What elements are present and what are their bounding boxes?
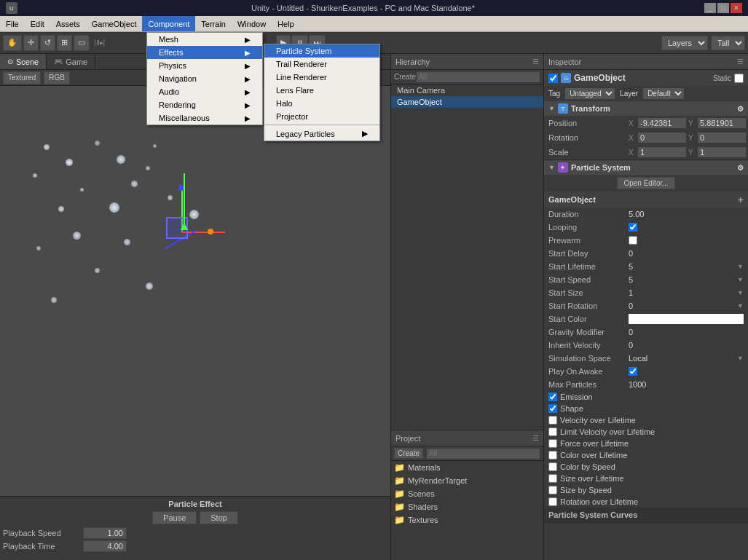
menu-item-window[interactable]: Window <box>232 16 272 31</box>
game-tab[interactable]: 🎮 Game <box>47 54 95 69</box>
scale-y-input[interactable] <box>697 146 747 158</box>
rotate-tool-button[interactable]: ↺ <box>40 35 55 51</box>
effects-submenu-item-legacy-particles[interactable]: Legacy Particles▶ <box>264 127 379 141</box>
inspector-menu-icon[interactable]: ☰ <box>737 58 744 66</box>
component-menu-item-mesh[interactable]: Mesh▶ <box>147 33 262 46</box>
project-folder-textures[interactable]: 📁Textures <box>391 513 543 527</box>
menu-item-component[interactable]: Component <box>142 16 195 31</box>
module-checkbox[interactable] <box>548 416 557 425</box>
module-checkbox[interactable] <box>548 486 557 494</box>
component-menu-item-physics[interactable]: Physics▶ <box>147 59 262 72</box>
gameobject-active-checkbox[interactable] <box>548 74 558 83</box>
transform-section-header[interactable]: ▼ T Transform ⚙ <box>544 101 748 116</box>
project-folder-shaders[interactable]: 📁Shaders <box>391 500 543 513</box>
ps-module-size-over-lifetime[interactable]: Size over Lifetime <box>544 473 748 484</box>
stop-particle-button[interactable]: Stop <box>200 511 238 524</box>
hierarchy-item-gameobject[interactable]: GameObject <box>391 96 543 108</box>
prewarm-checkbox[interactable] <box>629 236 637 245</box>
scene-tab[interactable]: ⊙ Scene <box>0 54 47 69</box>
ps-add-button[interactable]: + <box>738 194 744 205</box>
layer-select[interactable]: Default <box>642 87 685 100</box>
scale-x-input[interactable] <box>637 146 687 158</box>
component-menu-item-rendering[interactable]: Rendering▶ <box>147 98 262 111</box>
scene-canvas[interactable] <box>0 86 390 496</box>
ps-module-color-over-lifetime[interactable]: Color over Lifetime <box>544 449 748 461</box>
maximize-button[interactable]: □ <box>717 3 729 13</box>
effects-submenu-item-lens-flare[interactable]: Lens Flare <box>264 84 379 97</box>
x-handle[interactable] <box>208 229 213 234</box>
ps-module-color-by-speed[interactable]: Color by Speed <box>544 461 748 473</box>
gameobject-static-checkbox[interactable] <box>734 74 744 83</box>
effects-submenu-item-halo[interactable]: Halo <box>264 97 379 110</box>
rotation-x-input[interactable] <box>637 132 687 143</box>
ps-module-emission[interactable]: Emission <box>544 391 748 403</box>
hierarchy-menu-icon[interactable]: ☰ <box>532 58 539 66</box>
module-checkbox[interactable] <box>548 427 557 436</box>
effects-submenu-item-trail-renderer[interactable]: Trail Renderer <box>264 58 379 71</box>
layers-select[interactable]: Layers <box>661 36 708 50</box>
module-checkbox[interactable] <box>548 497 557 506</box>
scale-tool-button[interactable]: ⊞ <box>57 35 72 51</box>
value-arrow[interactable]: ▼ <box>737 355 744 362</box>
play-on-awake-checkbox[interactable] <box>629 367 637 376</box>
component-menu-item-audio[interactable]: Audio▶ <box>147 85 262 98</box>
effects-submenu-item-line-renderer[interactable]: Line Renderer <box>264 71 379 84</box>
component-menu-item-navigation[interactable]: Navigation▶ <box>147 72 262 85</box>
window-controls[interactable]: _ □ ✕ <box>704 3 742 13</box>
module-checkbox[interactable] <box>548 462 557 471</box>
rgb-button[interactable]: RGB <box>44 71 70 84</box>
pause-particle-button[interactable]: Pause <box>152 511 197 524</box>
position-y-input[interactable] <box>697 117 747 129</box>
component-menu-item-miscellaneous[interactable]: Miscellaneous▶ <box>147 111 262 125</box>
tag-select[interactable]: Untagged <box>564 87 615 100</box>
open-editor-button[interactable]: Open Editor... <box>617 177 674 189</box>
effects-submenu-item-projector[interactable]: Projector <box>264 110 379 123</box>
start-color-bar[interactable] <box>629 314 744 324</box>
value-arrow[interactable]: ▼ <box>737 289 744 296</box>
ps-module-size-by-speed[interactable]: Size by Speed <box>544 484 748 496</box>
close-button[interactable]: ✕ <box>731 3 742 13</box>
menu-item-terrain[interactable]: Terrain <box>195 16 232 31</box>
menu-item-file[interactable]: File <box>0 16 25 31</box>
module-checkbox[interactable] <box>548 393 557 401</box>
ps-module-force-over-lifetime[interactable]: Force over Lifetime <box>544 438 748 449</box>
rotation-y-input[interactable] <box>697 132 747 143</box>
position-x-input[interactable] <box>637 117 687 129</box>
layout-select[interactable]: Tall <box>711 36 745 50</box>
ps-module-velocity-over-lifetime[interactable]: Velocity over Lifetime <box>544 414 748 426</box>
particle-system-section-header[interactable]: ▼ ✦ Particle System ⚙ <box>544 160 748 175</box>
playback-time-input[interactable] <box>83 540 127 552</box>
rect-tool-button[interactable]: ▭ <box>74 35 90 51</box>
hierarchy-item-camera[interactable]: Main Camera <box>391 84 543 96</box>
component-menu-item-effects[interactable]: Effects▶ <box>147 46 262 59</box>
menu-item-help[interactable]: Help <box>272 16 300 31</box>
hierarchy-create-btn[interactable]: Create <box>394 73 416 81</box>
ps-module-rotation-over-lifetime[interactable]: Rotation over Lifetime <box>544 496 748 508</box>
effects-submenu-item-particle-system[interactable]: Particle System <box>264 44 379 58</box>
module-checkbox[interactable] <box>548 404 557 413</box>
project-folder-scenes[interactable]: 📁Scenes <box>391 487 543 500</box>
project-create-btn[interactable]: Create <box>394 448 423 459</box>
looping-checkbox[interactable] <box>629 223 637 232</box>
transform-options[interactable]: ⚙ <box>737 105 744 113</box>
minimize-button[interactable]: _ <box>704 3 716 13</box>
module-checkbox[interactable] <box>548 474 557 483</box>
playback-speed-input[interactable] <box>83 527 127 539</box>
menu-item-assets[interactable]: Assets <box>50 16 86 31</box>
ps-options[interactable]: ⚙ <box>737 164 744 172</box>
value-arrow[interactable]: ▼ <box>737 263 744 270</box>
project-folder-materials[interactable]: 📁Materials <box>391 461 543 474</box>
textured-button[interactable]: Textured <box>3 71 41 84</box>
hierarchy-search-input[interactable] <box>416 71 540 83</box>
ps-module-limit-velocity-over-lifetime[interactable]: Limit Velocity over Lifetime <box>544 426 748 438</box>
module-checkbox[interactable] <box>548 439 557 448</box>
project-folder-myrendertarget[interactable]: 📁MyRenderTarget <box>391 474 543 487</box>
value-arrow[interactable]: ▼ <box>737 276 744 283</box>
move-tool-button[interactable]: ✛ <box>23 35 39 51</box>
project-menu-icon[interactable]: ☰ <box>532 434 539 442</box>
menu-item-gameobject[interactable]: GameObject <box>86 16 143 31</box>
module-checkbox[interactable] <box>548 451 557 460</box>
hand-tool-button[interactable]: ✋ <box>3 35 22 51</box>
menu-item-edit[interactable]: Edit <box>25 16 50 31</box>
project-search-input[interactable] <box>426 448 540 460</box>
